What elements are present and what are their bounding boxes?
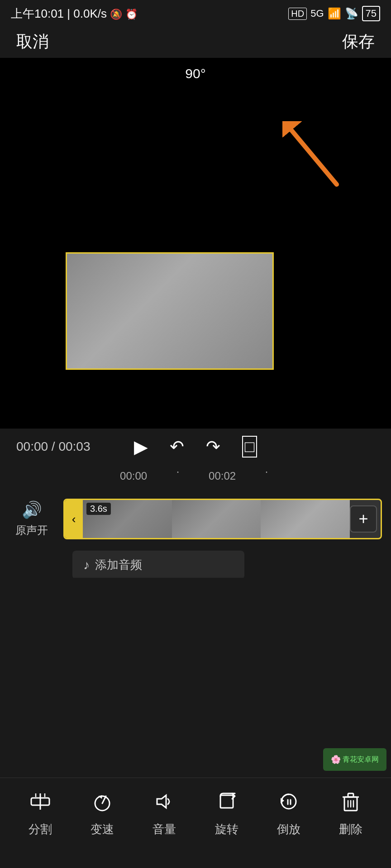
status-right-icons: HD 5G 📶 📡 75 [288, 6, 380, 21]
svg-rect-8 [220, 795, 233, 808]
status-bar: 上午10:01 | 0.0K/s 🔕 ⏰ HD 5G 📶 📡 75 [0, 0, 391, 25]
music-note-icon: ♪ [83, 558, 90, 572]
volume-label: 音量 [153, 821, 176, 837]
add-clip-button[interactable]: + [350, 505, 377, 533]
toolbar-item-volume[interactable]: 音量 [146, 791, 182, 837]
delete-label: 删除 [339, 821, 362, 837]
toolbar-item-speed[interactable]: 变速 [84, 791, 120, 837]
track-thumbnails [83, 500, 350, 538]
timeline-times: 00:00 • 00:02 • [16, 470, 375, 482]
add-audio-label: 添加音频 [95, 557, 142, 573]
save-button[interactable]: 保存 [342, 31, 375, 53]
toolbar-item-split[interactable]: 分割 [22, 791, 58, 837]
track-thumb-2 [172, 500, 261, 538]
track-duration-badge: 3.6s [86, 503, 111, 515]
control-buttons: ▶ ↶ ↷ □ [134, 436, 257, 458]
rotate-label: 旋转 [215, 821, 238, 837]
status-alarm-icon: ⏰ [125, 9, 138, 20]
svg-marker-7 [157, 795, 166, 808]
delete-icon [340, 791, 362, 816]
timeline-bar: 00:00 • 00:02 • [0, 465, 391, 487]
timeline-start: 00:00 [120, 470, 147, 482]
reverse-label: 倒放 [277, 821, 300, 837]
chevron-left-icon: ‹ [72, 512, 76, 526]
volume-on-icon: 🔊 [22, 500, 42, 519]
rotate-icon [216, 791, 238, 816]
volume-icon [153, 791, 175, 816]
timeline-dot-1: • [177, 470, 179, 482]
split-icon [29, 791, 51, 816]
annotation-arrow [282, 121, 355, 193]
status-mute-icon: 🔕 [110, 9, 122, 20]
status-time: 上午10:01 [11, 7, 64, 20]
svg-line-1 [291, 130, 337, 184]
rotation-angle-label: 90° [185, 66, 205, 81]
fullscreen-button[interactable]: □ [242, 436, 257, 458]
watermark-area: 🌸 青花安卓网 [319, 746, 391, 773]
battery-indicator: 75 [362, 6, 380, 21]
controls-bar: 00:00 / 00:03 ▶ ↶ ↷ □ [0, 429, 391, 465]
network-5g: 5G [310, 8, 324, 19]
add-audio-button[interactable]: ♪ 添加音频 [72, 551, 244, 579]
redo-button[interactable]: ↷ [206, 437, 220, 457]
track-label-original: 🔊 原声开 [9, 500, 54, 538]
watermark-flower-icon: 🌸 [331, 755, 341, 764]
split-label: 分割 [29, 821, 52, 837]
timeline-mid: 00:02 [209, 470, 236, 482]
bottom-toolbar: 分割 变速 音量 旋转 [0, 778, 391, 868]
signal-icon: 📶 [328, 7, 341, 20]
time-display: 00:00 / 00:03 [16, 439, 90, 454]
timeline-dot-2: • [266, 470, 267, 482]
speed-icon [91, 791, 113, 816]
speed-label: 变速 [91, 821, 114, 837]
status-separator: | [67, 7, 73, 20]
play-button[interactable]: ▶ [134, 436, 148, 457]
video-track-area: 🔊 原声开 ‹ 3.6s + [0, 487, 391, 546]
svg-rect-13 [348, 793, 353, 797]
undo-button[interactable]: ↶ [170, 437, 184, 457]
status-time-network: 上午10:01 | 0.0K/s 🔕 ⏰ [11, 6, 138, 22]
toolbar-item-reverse[interactable]: 倒放 [271, 791, 307, 837]
watermark-logo: 🌸 青花安卓网 [323, 748, 386, 771]
middle-spacer [0, 578, 391, 695]
status-speed: 0.0K/s [73, 7, 107, 20]
video-frame [66, 252, 274, 370]
video-track-strip[interactable]: ‹ 3.6s + [63, 499, 382, 539]
watermark-text: 青花安卓网 [343, 755, 379, 764]
plus-icon: + [358, 509, 368, 528]
track-scroll-left-button[interactable]: ‹ [65, 499, 83, 539]
app-header: 取消 保存 [0, 25, 391, 58]
video-preview-area: 90° [0, 58, 391, 429]
cancel-button[interactable]: 取消 [16, 31, 49, 53]
hd-badge: HD [288, 8, 307, 20]
reverse-icon [278, 791, 300, 816]
track-thumb-3 [261, 500, 350, 538]
original-audio-label: 原声开 [15, 523, 48, 538]
audio-track-area: ♪ 添加音频 [0, 546, 391, 578]
toolbar-item-rotate[interactable]: 旋转 [209, 791, 245, 837]
toolbar-item-delete[interactable]: 删除 [333, 791, 369, 837]
wifi-icon: 📡 [345, 7, 358, 20]
battery-level: 75 [366, 8, 377, 19]
